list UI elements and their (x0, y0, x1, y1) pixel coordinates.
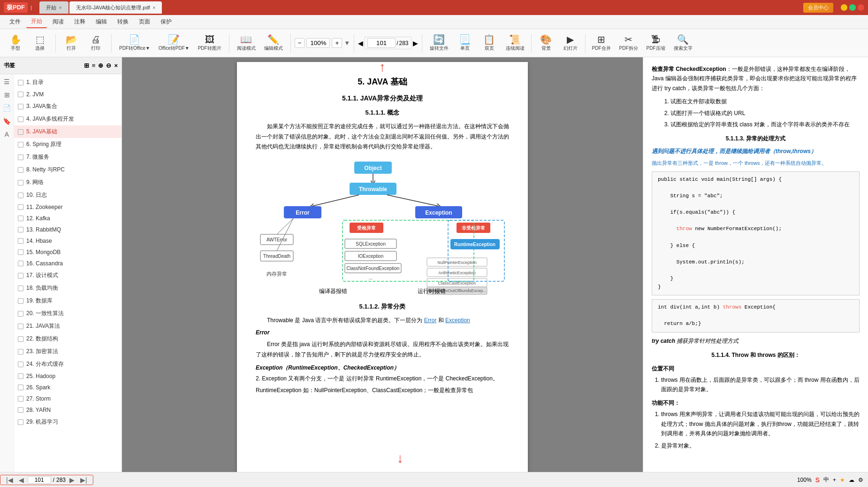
sidebar-item-21[interactable]: 21. JAVA算法 (14, 320, 122, 332)
select-tool-button[interactable]: ⬚ 选择 (28, 31, 52, 55)
sidebar-item-22[interactable]: 22. 数据结构 (14, 332, 122, 345)
sidebar-icon-page[interactable]: 📄 (1, 102, 13, 114)
checkbox-20[interactable] (18, 311, 23, 317)
sidebar-item-23[interactable]: 23. 加密算法 (14, 345, 122, 358)
checkbox-2[interactable] (18, 92, 23, 97)
sidebar-item-7[interactable]: 7. 微服务 (14, 151, 122, 163)
checkbox-15[interactable] (18, 249, 23, 255)
exception-link[interactable]: Exception (445, 317, 470, 324)
checkbox-13[interactable] (18, 227, 23, 232)
checkbox-21[interactable] (18, 324, 23, 329)
sidebar-item-25[interactable]: 25. Hadoop (14, 371, 122, 382)
next-page-button[interactable]: ▶ (413, 39, 418, 47)
sidebar-close[interactable]: × (114, 62, 118, 69)
maximize-button[interactable] (849, 4, 856, 11)
checkbox-4[interactable] (18, 116, 23, 122)
search-text-button[interactable]: 🔍 搜索文字 (670, 31, 696, 55)
checkbox-22[interactable] (18, 336, 23, 342)
sidebar-item-12[interactable]: 12. Kafka (14, 213, 122, 224)
sidebar-item-20[interactable]: 20. 一致性算法 (14, 307, 122, 320)
checkbox-24[interactable] (18, 362, 23, 367)
tab-home[interactable]: 开始 × (39, 1, 69, 14)
sidebar-item-16[interactable]: 16. Cassandra (14, 258, 122, 269)
menu-protect[interactable]: 保护 (156, 16, 176, 28)
checkbox-1[interactable] (18, 80, 23, 85)
sidebar-icon3[interactable]: ⊕ (98, 62, 103, 69)
slideshow-button[interactable]: ▶ 幻灯片 (559, 31, 582, 55)
sidebar-item-29[interactable]: 29. 机器学习 (14, 416, 122, 428)
sidebar-icon-bookmark[interactable]: 🔖 (1, 116, 13, 127)
continuous-button[interactable]: 📜 连续阅读 (502, 31, 528, 55)
sidebar-item-17[interactable]: 17. 设计模式 (14, 269, 122, 282)
checkbox-3[interactable] (18, 104, 23, 109)
checkbox-28[interactable] (18, 407, 23, 413)
sidebar-icon-list[interactable]: ☰ (1, 76, 13, 87)
checkbox-17[interactable] (18, 273, 23, 278)
checkbox-11[interactable] (18, 204, 23, 210)
pdf-viewer[interactable]: ↑ 5. JAVA 基础 5.1.1. JAVA异常分类及处理 5.1.1.1.… (122, 57, 643, 472)
checkbox-19[interactable] (18, 298, 23, 304)
sidebar-icon4[interactable]: ⊖ (106, 62, 111, 69)
split-button[interactable]: ✂ PDF拆分 (616, 31, 642, 55)
double-page-button[interactable]: 📋 双页 (478, 31, 501, 55)
pdf-to-office-button[interactable]: 📄 PDF转Office▼ (115, 31, 154, 55)
menu-annotate[interactable]: 注释 (69, 16, 90, 28)
zoom-in-button[interactable]: + (332, 38, 342, 48)
tab-pdf[interactable]: 无水印-JAVA核心知识点整理.pdf × (69, 1, 162, 14)
sidebar-item-14[interactable]: 14. Hbase (14, 235, 122, 247)
checkbox-9[interactable] (18, 180, 23, 186)
checkbox-12[interactable] (18, 216, 23, 221)
menu-edit[interactable]: 编辑 (91, 16, 112, 28)
menu-file[interactable]: 文件 (5, 16, 25, 28)
checkbox-10[interactable] (18, 193, 23, 198)
merge-button[interactable]: ⊞ PDF合并 (588, 31, 615, 55)
checkbox-23[interactable] (18, 349, 23, 355)
read-mode-button[interactable]: 📖 阅读模式 (233, 31, 259, 55)
page-number-input[interactable] (367, 38, 396, 48)
zoom-out-button[interactable]: − (295, 38, 305, 48)
sidebar-item-28[interactable]: 28. YARN (14, 404, 122, 416)
sidebar-item-10[interactable]: 10. 日志 (14, 189, 122, 201)
tab-home-close[interactable]: × (59, 5, 62, 10)
compress-button[interactable]: 🗜 PDF压缩 (643, 31, 669, 55)
sidebar-item-8[interactable]: 8. Netty 与RPC (14, 163, 122, 176)
office-to-pdf-button[interactable]: 📝 Office转PDF▼ (155, 31, 193, 55)
close-button[interactable] (858, 4, 864, 11)
print-button[interactable]: 🖨 打印 (84, 31, 107, 55)
sidebar-icon-font[interactable]: A (1, 129, 13, 140)
prev-page-button[interactable]: ◀ (358, 39, 363, 47)
sidebar-item-1[interactable]: 1. 目录 (14, 76, 122, 89)
checkbox-27[interactable] (18, 396, 23, 402)
hand-tool-button[interactable]: ✋ 手型 (4, 31, 27, 55)
sidebar-icon1[interactable]: ⊞ (84, 62, 89, 69)
vip-button[interactable]: 会员中心 (803, 3, 833, 13)
checkbox-6[interactable] (18, 142, 23, 147)
sidebar-item-24[interactable]: 24. 分布式缓存 (14, 358, 122, 371)
next-page-status-button[interactable]: ▶ (68, 476, 76, 484)
sidebar-item-4[interactable]: 4. JAVA多线程开发 (14, 113, 122, 125)
menu-convert[interactable]: 转换 (113, 16, 133, 28)
checkbox-8[interactable] (18, 167, 23, 173)
checkbox-26[interactable] (18, 385, 23, 390)
single-page-button[interactable]: 📃 单页 (453, 31, 477, 55)
first-page-button[interactable]: |◀ (4, 476, 15, 484)
checkbox-25[interactable] (18, 373, 23, 379)
pdf-to-image-button[interactable]: 🖼 PDF转图片 (194, 31, 225, 55)
status-page-input[interactable] (28, 476, 51, 484)
minimize-button[interactable] (841, 4, 847, 11)
sidebar-item-27[interactable]: 27. Storm (14, 393, 122, 404)
sidebar-item-18[interactable]: 18. 负载均衡 (14, 282, 122, 294)
menu-page[interactable]: 页面 (134, 16, 155, 28)
background-button[interactable]: 🎨 背景 (534, 31, 558, 55)
rotate-button[interactable]: 🔄 旋转文件 (426, 31, 452, 55)
sidebar-item-26[interactable]: 26. Spark (14, 382, 122, 393)
menu-read[interactable]: 阅读 (48, 16, 69, 28)
error-link[interactable]: Error (424, 317, 437, 324)
sidebar-item-9[interactable]: 9. 网络 (14, 176, 122, 189)
sidebar-item-19[interactable]: 19. 数据库 (14, 294, 122, 307)
sidebar-item-3[interactable]: 3. JAVA集合 (14, 100, 122, 113)
sidebar-item-13[interactable]: 13. RabbitMQ (14, 224, 122, 235)
sidebar-icon-grid[interactable]: ⊞ (1, 89, 13, 100)
checkbox-18[interactable] (18, 286, 23, 291)
checkbox-14[interactable] (18, 238, 23, 244)
